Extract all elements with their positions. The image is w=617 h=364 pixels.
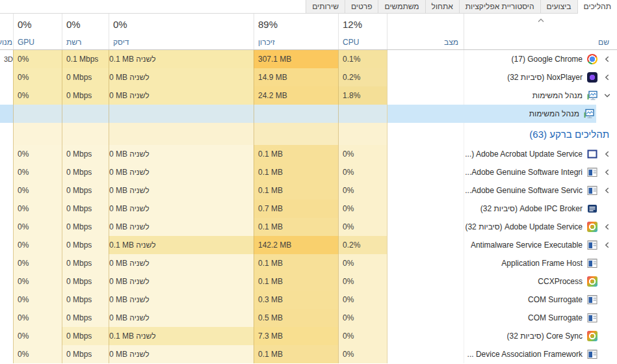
cpu-total-value: 12% <box>343 19 383 30</box>
gpu-cell: 0% <box>13 236 62 254</box>
window-icon <box>587 167 597 177</box>
cpu-cell: 0% <box>338 200 387 218</box>
ipc-icon <box>587 203 597 214</box>
disk-cell: 0.1 MB לשניה <box>109 236 254 254</box>
process-row[interactable]: ...) Adobe Acrobat Update Service 0% 0.1… <box>0 145 617 163</box>
memory-cell: 307.1 MB <box>254 50 338 68</box>
cpu-cell: 0% <box>338 181 387 200</box>
status-cell <box>387 123 464 145</box>
expand-chevron-collapsed[interactable] <box>597 240 617 250</box>
process-row[interactable]: (32 סיביות) NoxPlayer 0.2% 14.9 MB 0 MB … <box>0 68 617 86</box>
process-row[interactable]: מנהל המשימות <box>0 105 617 123</box>
gpu-engine-cell <box>0 68 13 86</box>
column-header-gpu-engine[interactable]: מנוע GPU <box>0 14 13 49</box>
process-row[interactable]: (17) Google Chrome 0.1% 307.1 MB 0.1 MB … <box>0 50 617 68</box>
tab-active[interactable]: תהליכים <box>577 0 617 14</box>
process-row[interactable]: ...Adobe Genuine Software Integri 0% 0.1… <box>0 163 617 181</box>
tab-item[interactable]: משתמשים <box>378 0 425 13</box>
memory-cell: 0.1 MB <box>254 145 338 163</box>
taskmgr-icon <box>587 90 597 101</box>
expand-chevron-collapsed[interactable] <box>597 150 617 159</box>
disk-cell: 0 MB לשניה <box>109 254 254 272</box>
gpu-cell: 0% <box>13 200 62 218</box>
status-cell <box>387 200 464 218</box>
nox-icon <box>587 72 597 83</box>
gpu-total-value: 0% <box>18 19 58 30</box>
process-row[interactable]: ... Device Association Framework 0% 0.1 … <box>0 345 617 363</box>
gpu-engine-cell <box>0 254 13 272</box>
process-row[interactable]: COM Surrogate 0% 0.5 MB 0 MB לשניה 0 Mbp… <box>0 309 617 327</box>
column-header-network[interactable]: 0% רשת <box>62 14 109 49</box>
process-row[interactable]: ...Adobe Genuine Software Servic 0% 0.1 … <box>0 181 617 200</box>
column-header-status[interactable]: מצב <box>387 14 464 49</box>
tab-bar: תהליכיםביצועיםהיסטוריית אפליקציותאתחולמש… <box>0 0 617 14</box>
column-header-disk[interactable]: 0% דיסק <box>109 14 254 49</box>
memory-cell: 0.5 MB <box>254 309 338 327</box>
tab-item[interactable]: פרטים <box>345 0 379 13</box>
cpu-cell: 0.1% <box>338 50 387 68</box>
process-name-cell: (32 סיביות) Adobe IPC Broker <box>464 200 617 218</box>
network-cell <box>62 105 109 123</box>
process-name: COM Surrogate <box>528 313 583 322</box>
status-cell <box>387 163 464 181</box>
expand-chevron-collapsed[interactable] <box>597 55 617 64</box>
process-name-cell: (17) Google Chrome <box>464 50 617 68</box>
memory-cell: 0.1 MB <box>254 218 338 236</box>
tab-item[interactable]: אתחול <box>425 0 460 13</box>
expand-chevron-collapsed[interactable] <box>597 222 617 231</box>
disk-cell <box>109 105 254 123</box>
gpu-cell: 0% <box>13 181 62 200</box>
column-label: מנוע GPU <box>0 38 12 47</box>
expand-chevron-collapsed[interactable] <box>597 73 617 82</box>
network-cell: 0 Mbps <box>62 345 109 363</box>
tab-item[interactable]: ביצועים <box>540 0 578 13</box>
expand-chevron-collapsed[interactable] <box>597 168 617 177</box>
column-header-cpu[interactable]: 12% CPU <box>338 14 387 49</box>
memory-cell: 7.3 MB <box>254 327 338 345</box>
expand-chevron-collapsed[interactable] <box>597 186 617 195</box>
memory-cell: 142.2 MB <box>254 236 338 254</box>
tab-item[interactable]: שירותים <box>306 0 345 13</box>
status-cell <box>387 145 464 163</box>
expand-chevron-expanded[interactable] <box>597 91 617 100</box>
cpu-cell <box>338 123 387 145</box>
memory-cell: 0.1 MB <box>254 272 338 291</box>
process-row[interactable]: Antimalware Service Executable 0.2% 142.… <box>0 236 617 254</box>
process-row[interactable]: (32 סיביות) Core Sync 0% 7.3 MB 0.1 MB ל… <box>0 327 617 345</box>
memory-cell <box>254 123 338 145</box>
network-cell: 0 Mbps <box>62 163 109 181</box>
process-group-header-row[interactable]: תהליכים ברקע (63) <box>0 123 617 145</box>
memory-cell: 0.7 MB <box>254 200 338 218</box>
column-header-gpu[interactable]: 0% GPU <box>13 14 62 49</box>
group-label: תהליכים ברקע (63) <box>529 129 617 140</box>
network-cell: 0 Mbps <box>62 327 109 345</box>
column-header-name[interactable]: שם <box>464 14 617 49</box>
process-name-cell: מנהל המשימות <box>464 86 617 105</box>
process-name: (32 סיביות) Adobe Update Service <box>465 222 583 231</box>
process-row[interactable]: (32 סיביות) Adobe Update Service 0% 0.1 … <box>0 218 617 236</box>
column-header-row: שם מצב 12% CPU 89% זיכרון 0% דיסק 0% רשת… <box>0 14 617 50</box>
disk-cell: 0 MB לשניה <box>109 291 254 309</box>
process-row[interactable]: מנהל המשימות 1.8% 24.2 MB 0 MB לשניה 0 M… <box>0 86 617 105</box>
acroframe-icon <box>587 149 597 159</box>
process-row[interactable]: CCXProcess 0% 0.1 MB 0 MB לשניה 0 Mbps 0… <box>0 272 617 291</box>
tab-item[interactable]: היסטוריית אפליקציות <box>459 0 541 13</box>
network-cell: 0 Mbps <box>62 236 109 254</box>
column-header-memory[interactable]: 89% זיכרון <box>254 14 338 49</box>
gpu-cell: 0% <box>13 86 62 105</box>
process-name: ...) Adobe Acrobat Update Service <box>465 150 583 159</box>
process-name: מנהל המשימות <box>529 109 579 118</box>
process-row[interactable]: COM Surrogate 0% 0.3 MB 0 MB לשניה 0 Mbp… <box>0 291 617 309</box>
cpu-cell: 0.2% <box>338 236 387 254</box>
process-name-cell: Antimalware Service Executable <box>464 236 617 254</box>
status-cell <box>387 236 464 254</box>
cpu-cell: 0% <box>338 254 387 272</box>
process-name: (32 סיביות) NoxPlayer <box>507 73 583 82</box>
gpu-cell: 0% <box>13 218 62 236</box>
process-row[interactable]: (32 סיביות) Adobe IPC Broker 0% 0.7 MB 0… <box>0 200 617 218</box>
process-name-cell: CCXProcess <box>464 272 617 291</box>
process-row[interactable]: Application Frame Host 0% 0.1 MB 0 MB לש… <box>0 254 617 272</box>
memory-cell: 24.2 MB <box>254 86 338 105</box>
process-name: ... Device Association Framework <box>467 350 583 359</box>
disk-cell: 0 MB לשניה <box>109 200 254 218</box>
